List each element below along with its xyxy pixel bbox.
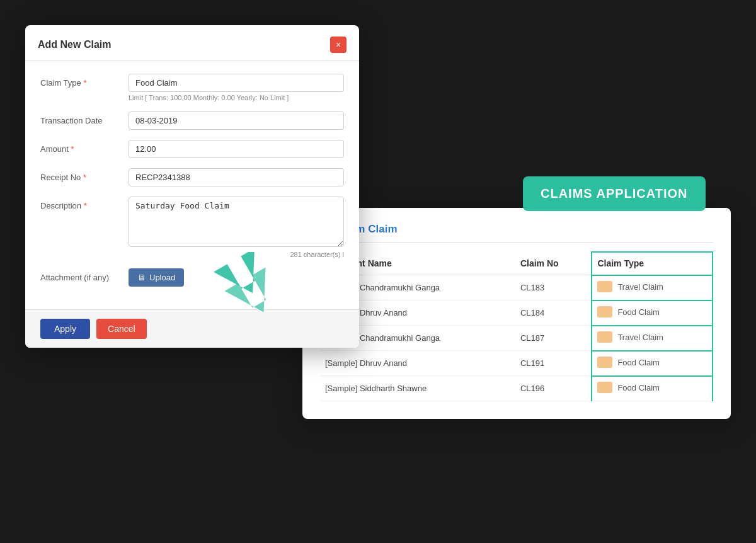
attachment-label: Attachment (if any) <box>40 268 129 282</box>
table-header-row: Applicant Name Claim No Claim Type <box>320 252 713 275</box>
claim-type-color-dot <box>597 382 612 393</box>
claim-type-color-dot <box>597 357 612 368</box>
cell-claim-no: CL196 <box>515 376 592 401</box>
claim-type-badge: Travel Claim <box>597 331 663 343</box>
arrow-decoration <box>208 252 284 328</box>
transaction-date-input[interactable] <box>129 111 344 130</box>
description-label: Description * <box>40 197 129 210</box>
modal-header: Add New Claim × <box>25 25 359 61</box>
transaction-date-control <box>129 111 344 130</box>
modal-close-button[interactable]: × <box>330 37 346 53</box>
claim-type-color-dot <box>597 331 612 343</box>
required-star: * <box>83 78 86 88</box>
claims-application-badge: CLAIMS APPLICATION <box>523 176 706 211</box>
claim-type-badge: Travel Claim <box>597 281 663 292</box>
modal-body: Claim Type * Food Claim Limit [ Trans: 1… <box>25 61 359 309</box>
claim-type-text: Travel Claim <box>617 282 663 292</box>
apply-button[interactable]: Apply <box>40 319 90 339</box>
amount-control <box>129 140 344 158</box>
cell-applicant: [Sample] Siddharth Shawne <box>320 376 515 401</box>
receipt-no-control <box>129 168 344 186</box>
claim-type-badge: Food Claim <box>597 357 659 368</box>
cancel-button[interactable]: Cancel <box>96 319 147 339</box>
transaction-date-row: Transaction Date <box>40 111 344 130</box>
description-row: Description * 281 character(s) l <box>40 197 344 258</box>
cell-claim-no: CL183 <box>515 275 592 300</box>
amount-label: Amount * <box>40 140 129 154</box>
amount-row: Amount * <box>40 140 344 158</box>
amount-input[interactable] <box>129 140 344 158</box>
description-textarea[interactable] <box>129 197 344 247</box>
receipt-no-label: Receipt No * <box>40 168 129 182</box>
claim-type-row: Claim Type * Food Claim Limit [ Trans: 1… <box>40 74 344 101</box>
upload-button[interactable]: 🖥 Upload <box>129 268 184 287</box>
claims-card: My Team Claim Applicant Name Claim No Cl… <box>302 208 731 419</box>
transaction-date-label: Transaction Date <box>40 111 129 125</box>
scene: Add New Claim × Claim Type * Food Claim … <box>0 0 756 543</box>
upload-icon: 🖥 <box>137 273 146 282</box>
table-row: [Sample] Chandramukhi Ganga CL187 Travel… <box>320 326 713 351</box>
claim-type-select[interactable]: Food Claim <box>129 74 344 92</box>
claim-type-text: Travel Claim <box>617 333 663 342</box>
cell-claim-type: Food Claim <box>592 300 713 326</box>
receipt-no-row: Receipt No * <box>40 168 344 186</box>
upload-label: Upload <box>149 273 175 282</box>
cell-claim-no: CL187 <box>515 326 592 351</box>
claims-table: Applicant Name Claim No Claim Type [Samp… <box>320 251 713 401</box>
cell-claim-no: CL184 <box>515 300 592 326</box>
modal-footer: Apply Cancel <box>25 309 359 348</box>
claim-type-text: Food Claim <box>617 358 659 367</box>
cell-claim-type: Food Claim <box>592 351 713 376</box>
cell-claim-type: Food Claim <box>592 376 713 401</box>
claim-type-text: Food Claim <box>617 383 659 392</box>
table-row: [Sample] Dhruv Anand CL191 Food Claim <box>320 351 713 376</box>
claim-type-control: Food Claim Limit [ Trans: 100.00 Monthly… <box>129 74 344 101</box>
modal-title: Add New Claim <box>38 39 111 50</box>
claim-type-color-dot <box>597 306 612 317</box>
receipt-no-input[interactable] <box>129 168 344 186</box>
cell-applicant: [Sample] Dhruv Anand <box>320 351 515 376</box>
claim-type-badge: Food Claim <box>597 306 659 317</box>
claim-type-limit: Limit [ Trans: 100.00 Monthly: 0.00 Year… <box>129 94 344 101</box>
claim-type-text: Food Claim <box>617 307 659 317</box>
claim-type-badge: Food Claim <box>597 382 659 393</box>
add-claim-modal: Add New Claim × Claim Type * Food Claim … <box>25 25 359 348</box>
amount-required-star: * <box>71 144 74 154</box>
receipt-required-star: * <box>83 173 86 182</box>
description-control: 281 character(s) l <box>129 197 344 258</box>
cell-claim-type: Travel Claim <box>592 326 713 351</box>
claim-type-label: Claim Type * <box>40 74 129 88</box>
description-required-star: * <box>84 201 87 210</box>
col-header-claim-type: Claim Type <box>592 252 713 275</box>
table-row: [Sample] Dhruv Anand CL184 Food Claim <box>320 300 713 326</box>
cell-claim-type: Travel Claim <box>592 275 713 300</box>
cell-claim-no: CL191 <box>515 351 592 376</box>
table-row: [Sample] Siddharth Shawne CL196 Food Cla… <box>320 376 713 401</box>
claim-type-color-dot <box>597 281 612 292</box>
attachment-row: Attachment (if any) 🖥 Upload <box>40 268 344 287</box>
claims-card-title: My Team Claim <box>320 223 713 243</box>
col-header-claim-no: Claim No <box>515 252 592 275</box>
table-row: [Sample] Chandramukhi Ganga CL183 Travel… <box>320 275 713 300</box>
